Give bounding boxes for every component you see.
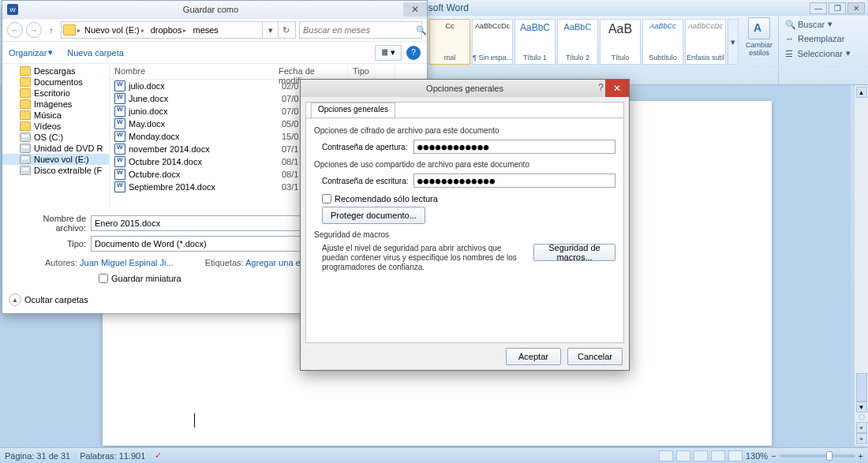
save-thumbnail-checkbox[interactable] — [99, 274, 108, 283]
protect-document-button[interactable]: Proteger documento... — [322, 207, 425, 224]
ribbon: Ccmal AaBbCcDc¶ Sin espa... AaBbCTítulo … — [426, 16, 868, 85]
draft-view[interactable] — [728, 450, 743, 461]
prev-page-button[interactable]: « — [856, 422, 867, 433]
style-no-spacing[interactable]: AaBbCcDc¶ Sin espa... — [472, 19, 513, 65]
tree-item[interactable]: Unidad de DVD R — [2, 143, 109, 154]
organize-button[interactable]: Organizar ▾ — [9, 47, 53, 58]
tags-link[interactable]: Agregar una et — [245, 258, 303, 267]
write-password-input[interactable] — [413, 174, 615, 188]
word-doc-icon — [114, 80, 125, 91]
scroll-thumb[interactable] — [856, 373, 867, 401]
change-styles-button[interactable]: Cambiar estilos — [740, 16, 778, 84]
web-view[interactable] — [694, 450, 708, 461]
saveas-help-button[interactable]: ? — [406, 46, 421, 60]
folder-icon — [20, 66, 31, 76]
print-layout-view[interactable] — [659, 450, 673, 461]
cancel-button[interactable]: Cancelar — [567, 348, 623, 365]
editing-group: 🔍Buscar ▾ ↔Reemplazar ☰Seleccionar ▾ — [778, 16, 857, 84]
scroll-up-button[interactable]: ▲ — [856, 87, 867, 98]
word-doc-icon — [114, 144, 125, 155]
hide-folders-label[interactable]: Ocultar carpetas — [24, 295, 88, 304]
word-count[interactable]: Palabras: 11.901 — [80, 451, 145, 461]
scroll-down-button[interactable]: ▼ — [856, 401, 867, 413]
outline-view[interactable] — [711, 450, 725, 461]
next-page-button[interactable]: » — [856, 433, 867, 444]
word-doc-icon — [114, 181, 125, 192]
tree-item[interactable]: OS (C:) — [2, 132, 109, 143]
browse-object-button[interactable] — [859, 414, 865, 420]
find-button[interactable]: 🔍Buscar ▾ — [784, 17, 852, 31]
options-help-button[interactable]: ? — [598, 82, 604, 93]
macro-security-button[interactable]: Seguridad de macros... — [533, 244, 615, 261]
authors-label: Autores: — [45, 258, 77, 267]
styles-expand-button[interactable]: ▾ — [728, 19, 739, 65]
options-close-button[interactable]: ✕ — [605, 80, 629, 97]
tree-item[interactable]: Vídeos — [2, 121, 109, 132]
word-doc-icon — [114, 93, 125, 104]
list-header[interactable]: Nombre Fecha de modifica... Tipo — [110, 64, 427, 80]
word-doc-icon — [114, 118, 125, 129]
zoom-level[interactable]: 130% — [746, 451, 768, 461]
close-button[interactable]: ✕ — [847, 2, 865, 14]
vertical-scrollbar[interactable]: ▲ ▼ « » — [854, 85, 868, 446]
ok-button[interactable]: Aceptar — [506, 348, 561, 365]
breadcrumb-segment[interactable]: meses — [190, 25, 220, 35]
page-indicator[interactable]: Página: 31 de 31 — [5, 451, 70, 461]
folder-tree[interactable]: DescargasDocumentosEscritorioImágenesMús… — [2, 64, 110, 209]
breadcrumb-segment[interactable]: Nuevo vol (E:)▸ — [82, 25, 147, 35]
open-password-label: Contraseña de apertura: — [322, 143, 409, 151]
readonly-recommend-label: Recomendado sólo lectura — [335, 194, 438, 203]
save-as-title: Guardar como — [21, 5, 400, 14]
binoculars-icon: 🔍 — [785, 20, 795, 29]
new-folder-button[interactable]: Nueva carpeta — [67, 48, 124, 58]
column-date[interactable]: Fecha de modifica... — [274, 64, 348, 79]
write-password-label: Contraseña de escritura: — [322, 177, 409, 185]
options-title: Opciones generales — [426, 84, 503, 93]
filename-label: Nombre de archivo: — [13, 214, 86, 233]
column-name[interactable]: Nombre — [110, 64, 274, 79]
spell-check-icon[interactable]: ✓ — [155, 450, 162, 461]
tree-item[interactable]: Imágenes — [2, 99, 109, 110]
breadcrumb-dropdown[interactable]: ▾ — [262, 22, 278, 38]
view-options-button[interactable]: ≣ ▾ — [375, 45, 402, 61]
replace-icon: ↔ — [785, 34, 795, 43]
tree-item[interactable]: Disco extraíble (F — [2, 165, 109, 176]
nav-up-button[interactable]: ↑ — [45, 24, 58, 36]
zoom-out-button[interactable]: − — [771, 451, 776, 461]
breadcrumb[interactable]: ▸ Nuevo vol (E:)▸ dropbos▸ meses ▾ ↻ — [61, 21, 296, 39]
minimize-button[interactable]: — — [810, 2, 827, 14]
style-heading1[interactable]: AaBbCTítulo 1 — [514, 19, 556, 65]
zoom-slider[interactable] — [780, 454, 855, 457]
style-subtitle[interactable]: AaBbCcSubtítulo — [642, 19, 683, 65]
general-options-tab[interactable]: Opciones generales — [311, 103, 395, 118]
tree-item[interactable]: Documentos — [2, 77, 109, 88]
nav-forward-button[interactable]: → — [26, 22, 42, 38]
select-button[interactable]: ☰Seleccionar ▾ — [784, 47, 852, 60]
restore-button[interactable]: ❐ — [829, 2, 846, 14]
tree-item[interactable]: Escritorio — [2, 88, 109, 99]
tree-item[interactable]: Nuevo vol (E:) — [2, 154, 109, 165]
style-normal[interactable]: Ccmal — [429, 19, 470, 65]
tags-label: Etiquetas: — [205, 258, 244, 267]
refresh-button[interactable]: ↻ — [278, 22, 294, 38]
save-as-close-button[interactable]: ✕ — [403, 2, 427, 17]
authors-link[interactable]: Juan Miguel Espinal Ji... — [80, 258, 174, 267]
nav-back-button[interactable]: ← — [7, 22, 23, 38]
fullscreen-view[interactable] — [676, 450, 690, 461]
breadcrumb-segment[interactable]: dropbos▸ — [148, 25, 189, 35]
zoom-in-button[interactable]: + — [859, 451, 863, 461]
replace-button[interactable]: ↔Reemplazar — [784, 32, 852, 45]
style-subtle-emphasis[interactable]: AaBbCcDcÉnfasis sutil — [685, 19, 726, 65]
column-type[interactable]: Tipo — [348, 64, 395, 79]
style-title[interactable]: AaBTítulo — [600, 19, 641, 65]
tree-item[interactable]: Descargas — [2, 65, 109, 77]
search-field[interactable]: 🔍 — [299, 21, 422, 39]
disk-icon — [20, 133, 31, 142]
hide-folders-toggle[interactable]: ▲ — [9, 293, 21, 306]
zoom-slider-thumb[interactable] — [826, 451, 832, 461]
search-input[interactable] — [303, 25, 413, 35]
readonly-recommend-checkbox[interactable] — [322, 194, 331, 203]
tree-item[interactable]: Música — [2, 110, 109, 121]
style-heading2[interactable]: AaBbCTítulo 2 — [557, 19, 598, 65]
open-password-input[interactable] — [413, 140, 615, 154]
